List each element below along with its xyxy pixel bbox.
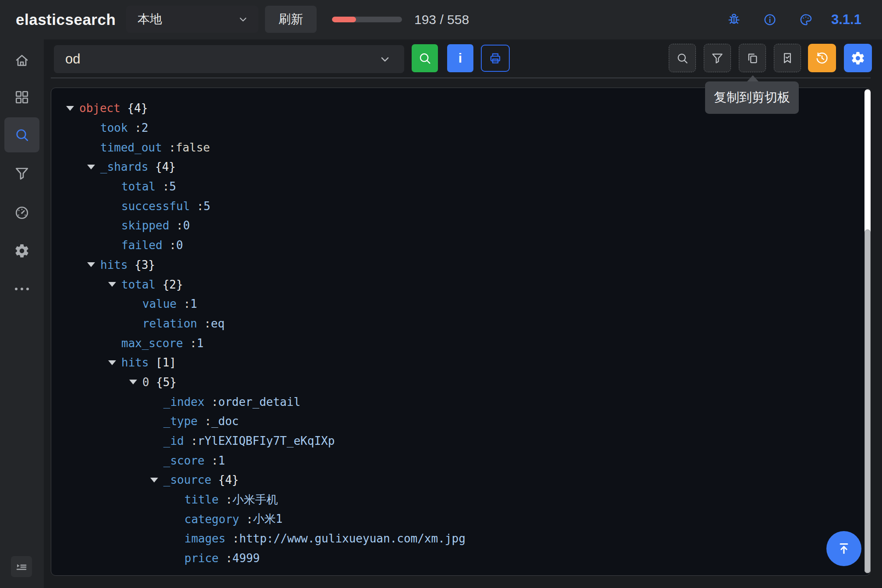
sidebar-item-dashboard[interactable]: [4, 80, 39, 115]
tree-key: successful: [121, 200, 190, 213]
gauge-icon: [14, 205, 30, 221]
progress-bar: [332, 17, 402, 22]
collapse-arrow-icon[interactable]: [66, 106, 74, 111]
chevron-down-icon[interactable]: [377, 52, 392, 67]
print-button[interactable]: [481, 45, 510, 72]
search-icon: [418, 51, 432, 65]
tree-bracket: {4}: [212, 473, 239, 486]
print-icon: [488, 51, 502, 65]
tree-row: 0 {5}: [51, 373, 870, 392]
tree-colon: :: [219, 552, 232, 565]
left-sidebar: [0, 39, 44, 588]
palette-icon[interactable]: [799, 13, 813, 27]
info-icon[interactable]: [763, 13, 777, 27]
tree-key: price: [184, 552, 219, 565]
cluster-select[interactable]: 本地: [126, 6, 258, 33]
tree-key: took: [100, 121, 128, 134]
tree-value: 小米手机: [233, 492, 278, 507]
cluster-select-value: 本地: [138, 11, 162, 28]
progress-bar-fill: [332, 17, 356, 22]
tree-row: hits {3}: [51, 255, 870, 275]
tree-bracket: {4}: [120, 102, 148, 115]
tree-bracket: {5}: [149, 376, 177, 389]
scrollbar-thumb[interactable]: [864, 229, 871, 573]
bug-icon[interactable]: [727, 13, 741, 27]
tree-bracket: {4}: [148, 160, 176, 173]
sidebar-item-search[interactable]: [4, 117, 39, 152]
search-input[interactable]: [54, 45, 404, 73]
refresh-button[interactable]: 刷新: [265, 6, 317, 33]
filter-icon: [14, 165, 30, 181]
tree-row: price :4999: [51, 549, 870, 568]
tree-key: failed: [121, 239, 162, 252]
tree-row: images :http://www.gulixueyuan.com/xm.jp…: [51, 529, 870, 549]
dashboard-icon: [14, 89, 30, 105]
tree-value: rYlEXIQBFIy7T_eKqIXp: [198, 434, 335, 447]
result-filter-button[interactable]: [704, 44, 731, 72]
tree-key: object: [79, 102, 120, 115]
tree-row: max_score :1: [51, 333, 870, 353]
search-icon: [676, 52, 689, 65]
sidebar-item-settings[interactable]: [4, 233, 39, 268]
bookmark-button[interactable]: [774, 44, 801, 72]
scrollbar-track[interactable]: [864, 89, 871, 573]
copy-to-clipboard-button[interactable]: [739, 44, 766, 72]
tree-key: total: [121, 180, 155, 193]
collapse-arrow-icon[interactable]: [108, 360, 116, 365]
filter-icon: [711, 52, 724, 65]
collapse-arrow-icon[interactable]: [129, 380, 137, 384]
tree-row: successful :5: [51, 196, 870, 216]
result-panel: object {4}took :2timed_out :false_shards…: [51, 88, 871, 576]
tree-value: eq: [211, 317, 225, 330]
tree-value: order_detail: [218, 395, 300, 408]
tree-colon: :: [198, 415, 211, 428]
tree-value: http://www.gulixueyuan.com/xm.jpg: [239, 532, 466, 545]
tree-row: total :5: [51, 177, 870, 197]
bookmark-check-icon: [781, 52, 794, 65]
collapse-arrow-icon[interactable]: [87, 262, 95, 267]
tree-key: _shards: [100, 160, 148, 173]
progress-count: 193 / 558: [414, 0, 469, 39]
result-search-button[interactable]: [669, 44, 696, 72]
copy-icon: [746, 52, 759, 65]
tree-key: skipped: [121, 219, 169, 232]
version-label[interactable]: 3.1.1: [831, 0, 861, 39]
tree-row: hits [1]: [51, 353, 870, 373]
collapse-arrow-icon[interactable]: [87, 165, 95, 169]
arrow-to-top-icon: [835, 539, 853, 558]
tree-row: title :小米手机: [51, 490, 870, 510]
tree-value: 5: [169, 180, 176, 193]
scroll-to-top-button[interactable]: [826, 531, 861, 566]
tree-value: 5: [204, 200, 211, 213]
tree-colon: :: [183, 337, 197, 350]
collapse-arrow-icon[interactable]: [150, 478, 158, 482]
tree-row: _index :order_detail: [51, 392, 870, 412]
tree-value: 小米1: [253, 511, 283, 527]
query-info-button[interactable]: i: [447, 44, 473, 72]
tree-row: took :2: [51, 118, 870, 138]
tree-key: value: [142, 297, 176, 310]
tree-colon: :: [190, 200, 204, 213]
tree-key: _source: [163, 473, 212, 486]
tree-key: title: [184, 493, 219, 506]
history-button[interactable]: [808, 44, 836, 72]
tree-row: _shards {4}: [51, 157, 870, 177]
sidebar-item-filter[interactable]: [4, 156, 39, 191]
tree-colon: :: [205, 395, 218, 408]
tree-key: _id: [163, 434, 184, 447]
sidebar-item-home[interactable]: [4, 43, 39, 78]
tree-row: _type :_doc: [51, 412, 870, 431]
sidebar-item-gauge[interactable]: [4, 195, 39, 230]
tree-value: 1: [218, 454, 225, 467]
settings-button[interactable]: [844, 44, 872, 72]
tree-value: 2: [141, 121, 148, 134]
sidebar-item-more[interactable]: [4, 271, 39, 306]
collapse-arrow-icon[interactable]: [108, 282, 116, 287]
terminal-toggle-button[interactable]: [11, 556, 32, 577]
tree-value: 1: [191, 297, 198, 310]
tree-key: hits: [121, 356, 149, 369]
search-submit-button[interactable]: [412, 44, 438, 72]
copy-tooltip: 复制到剪切板: [705, 81, 799, 114]
tree-value: false: [176, 141, 210, 154]
tree-row: value :1: [51, 294, 870, 314]
